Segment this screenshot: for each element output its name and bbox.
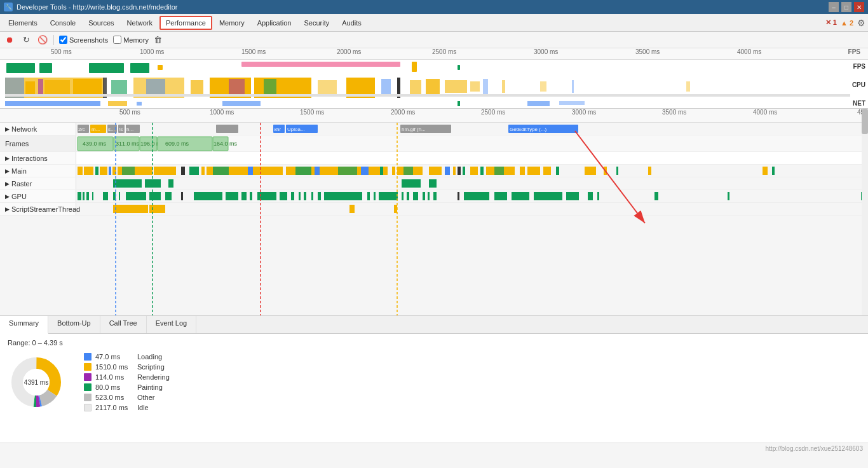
svg-rect-154 — [119, 192, 120, 200]
svg-text:GetEditType (...): GetEditType (...) — [510, 127, 547, 132]
scriptstreamer-row-label[interactable]: ▶ ScriptStreamerThread — [0, 203, 76, 215]
overview-area: 500 ms 1000 ms 1500 ms 2000 ms 2500 ms 3… — [0, 48, 868, 109]
close-button[interactable]: ✕ — [854, 2, 864, 12]
gpu-blocks — [76, 190, 864, 203]
loading-value: 47.0 ms — [95, 353, 133, 361]
loading-color — [84, 353, 92, 361]
donut-total-label: 4391 ms — [24, 379, 48, 386]
clear-button[interactable]: 🚫 — [37, 34, 48, 46]
svg-rect-192 — [149, 205, 165, 213]
svg-text:m...: m... — [92, 127, 100, 132]
title-bar: 🔧 Developer Tools - http://write.blog.cs… — [0, 0, 868, 14]
record-button[interactable]: ⏺ — [4, 34, 15, 46]
svg-rect-97 — [95, 167, 98, 175]
interactions-row-label[interactable]: ▶ Interactions — [0, 152, 76, 164]
svg-rect-28 — [426, 79, 440, 97]
menu-performance[interactable]: Performance — [159, 16, 212, 30]
settings-button[interactable]: ⚙ — [857, 18, 865, 28]
svg-rect-187 — [597, 192, 599, 200]
svg-rect-188 — [654, 192, 658, 200]
network-label: Network — [11, 125, 37, 133]
tab-call-tree[interactable]: Call Tree — [100, 316, 147, 333]
flame-3000: 3000 ms — [572, 109, 596, 116]
fps-label-right: FPS — [853, 63, 865, 70]
reload-button[interactable]: ↻ — [20, 34, 32, 46]
menu-application[interactable]: Application — [252, 17, 297, 29]
separator — [53, 35, 54, 45]
svg-rect-35 — [686, 81, 690, 92]
maximize-button[interactable]: □ — [841, 2, 851, 12]
scripting-color — [84, 363, 92, 371]
menu-security[interactable]: Security — [298, 17, 335, 29]
main-blocks — [76, 165, 864, 177]
svg-rect-172 — [374, 192, 376, 200]
network-row-content: 2/c m... s... !s h... xhr Uploa... hm.gi… — [76, 123, 868, 135]
menu-network[interactable]: Network — [121, 17, 158, 29]
memory-check[interactable] — [113, 36, 121, 44]
scrollbar-thumb[interactable] — [862, 109, 868, 134]
svg-rect-186 — [588, 192, 593, 200]
main-row: ▶ Main — [0, 165, 868, 177]
svg-rect-102 — [122, 167, 135, 175]
svg-rect-166 — [299, 192, 301, 200]
svg-text:311.0 ms: 311.0 ms — [116, 141, 140, 147]
main-row-label[interactable]: ▶ Main — [0, 165, 76, 177]
raster-row-label[interactable]: ▶ Raster — [0, 177, 76, 189]
svg-rect-191 — [113, 205, 148, 213]
svg-rect-0 — [6, 63, 35, 73]
svg-rect-134 — [527, 167, 540, 175]
svg-rect-164 — [280, 192, 287, 200]
svg-rect-150 — [86, 192, 89, 200]
svg-rect-31 — [483, 79, 488, 97]
status-bar: http://blog.csdn.net/xue251248603 — [0, 443, 868, 454]
tab-event-log[interactable]: Event Log — [147, 316, 197, 333]
memory-checkbox[interactable]: Memory — [113, 36, 149, 44]
svg-rect-179 — [433, 192, 437, 200]
gpu-row-content — [76, 190, 868, 203]
svg-rect-120 — [380, 167, 383, 175]
interactions-row: ▶ Interactions — [0, 152, 868, 165]
svg-rect-13 — [73, 79, 102, 97]
svg-rect-108 — [213, 167, 229, 175]
svg-rect-160 — [226, 192, 238, 200]
tab-summary[interactable]: Summary — [0, 316, 48, 334]
menu-audits[interactable]: Audits — [336, 17, 367, 29]
svg-rect-126 — [453, 167, 456, 175]
svg-rect-158 — [181, 192, 183, 200]
painting-color — [84, 383, 92, 391]
menu-memory[interactable]: Memory — [214, 17, 250, 29]
svg-rect-161 — [241, 192, 247, 200]
svg-rect-183 — [512, 192, 529, 200]
network-row-label[interactable]: ▶ Network — [0, 123, 76, 135]
svg-rect-153 — [113, 192, 116, 200]
rendering-label: Rendering — [137, 373, 170, 381]
svg-rect-15 — [111, 80, 127, 95]
network-row: ▶ Network 2/c m... s... !s h... — [0, 123, 868, 135]
menu-elements[interactable]: Elements — [3, 17, 43, 29]
vertical-scrollbar[interactable] — [862, 109, 868, 315]
net-row: NET — [0, 99, 868, 109]
net-label-right: NET — [853, 100, 865, 107]
svg-text:439.0 ms: 439.0 ms — [83, 141, 107, 147]
trash-button[interactable]: 🗑 — [154, 35, 162, 45]
flame-1500: 1500 ms — [300, 109, 324, 116]
menu-console[interactable]: Console — [44, 17, 81, 29]
summary-layout: 4391 ms 47.0 ms Loading 1510.0 ms Script… — [8, 353, 860, 411]
screenshots-checkbox[interactable]: Screenshots — [59, 36, 108, 44]
minimize-button[interactable]: – — [829, 2, 839, 12]
legend-rendering: 114.0 ms Rendering — [84, 373, 170, 381]
svg-rect-141 — [763, 167, 768, 175]
svg-rect-7 — [458, 65, 460, 70]
svg-rect-76 — [216, 125, 238, 133]
legend-items: 47.0 ms Loading 1510.0 ms Scripting 114.… — [84, 353, 170, 411]
svg-rect-99 — [109, 167, 111, 175]
svg-rect-129 — [470, 167, 478, 175]
svg-rect-115 — [324, 167, 327, 175]
svg-rect-146 — [402, 179, 421, 188]
svg-rect-169 — [318, 192, 321, 200]
screenshots-check[interactable] — [59, 36, 67, 44]
time-500: 500 ms — [51, 48, 72, 55]
menu-sources[interactable]: Sources — [83, 17, 119, 29]
tab-bottom-up[interactable]: Bottom-Up — [48, 316, 100, 333]
gpu-row-label[interactable]: ▶ GPU — [0, 190, 76, 202]
